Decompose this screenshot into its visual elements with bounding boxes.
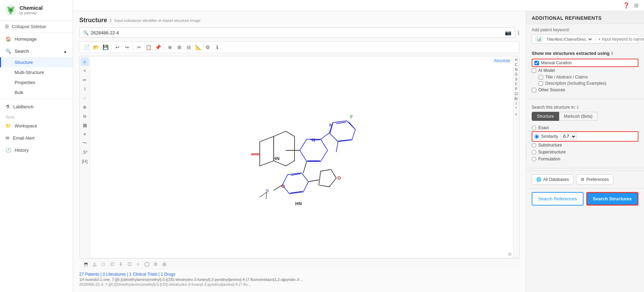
canvas-area[interactable]: Absolute F N N HN O HN: [90, 56, 513, 258]
copy-icon[interactable]: 📋: [144, 43, 153, 51]
zoom-out-tool[interactable]: ⊖: [81, 112, 89, 120]
lasso-tool[interactable]: ⌖: [81, 67, 89, 75]
search-in-info-icon[interactable]: ℹ: [577, 105, 579, 110]
element-I[interactable]: I: [516, 101, 517, 106]
sidebar-item-workspace[interactable]: 📁 Workspace: [0, 120, 73, 132]
grid-icon[interactable]: ⊞: [175, 43, 184, 51]
circle2-shape[interactable]: ◯: [143, 260, 151, 268]
measure-icon[interactable]: 📐: [194, 43, 202, 51]
element-C[interactable]: C: [515, 62, 517, 67]
other-sources-checkbox[interactable]: [532, 88, 536, 92]
collapse-sidebar-button[interactable]: ☰ Collapse Sidebar: [0, 20, 73, 33]
redo-icon[interactable]: ↪: [123, 43, 131, 51]
wave-tool[interactable]: 〜: [81, 139, 89, 147]
settings-icon[interactable]: ⚙: [203, 43, 212, 51]
sidebar-item-history[interactable]: 🕐 History: [0, 144, 73, 156]
molecule-svg: F N N HN O HN N: [218, 102, 385, 213]
element-O[interactable]: O: [515, 72, 518, 77]
element-S[interactable]: S: [515, 77, 517, 82]
all-databases-button[interactable]: 🌐 All Databases: [532, 174, 573, 185]
keyword-input-row[interactable]: 📊 Title/Abst./Claims/Desc. |: [532, 34, 638, 44]
info2-icon[interactable]: ℹ: [213, 43, 221, 51]
element-wildcard[interactable]: *: [516, 106, 517, 111]
ai-model-checkbox[interactable]: [532, 68, 536, 73]
manual-curation-label: Manual Curation: [541, 60, 572, 65]
app-subtitle: by patsnap: [19, 11, 43, 15]
element-P[interactable]: P: [515, 87, 517, 91]
multi-structure-label: Multi-Structure: [15, 70, 44, 75]
keyword-text-input[interactable]: [598, 37, 644, 42]
show-structures-info-icon[interactable]: ℹ: [611, 51, 613, 56]
circle4-shape[interactable]: ◎: [160, 260, 168, 268]
search-structures-button[interactable]: Search Structures: [586, 192, 639, 206]
angle-tool[interactable]: ⟋: [81, 94, 89, 102]
new-file-icon[interactable]: 📄: [82, 43, 91, 51]
keyword-dropdown[interactable]: Title/Abst./Claims/Desc.: [545, 37, 593, 42]
save-icon[interactable]: 💾: [101, 43, 110, 51]
element-H[interactable]: H: [515, 58, 517, 62]
description-checkbox[interactable]: [539, 81, 543, 86]
email-icon: ✉: [6, 135, 9, 141]
search-references-button[interactable]: Search References: [532, 192, 583, 206]
toolbar-sep-3: [164, 44, 164, 50]
ruler-tool[interactable]: ≡: [81, 130, 89, 138]
structure-search-input[interactable]: [91, 30, 503, 35]
clock-icon: 🕐: [6, 148, 11, 153]
sidebar-item-labBench[interactable]: ⚗ LabBench: [0, 101, 73, 113]
pentagon-shape[interactable]: ⬠: [108, 260, 116, 268]
circle1-shape[interactable]: ○: [134, 260, 142, 268]
similarity-value-select[interactable]: 0.5 0.6 0.7 0.8 0.9 1.0: [560, 133, 577, 140]
square-shape[interactable]: □: [99, 260, 107, 268]
cut-icon[interactable]: ✂: [135, 43, 143, 51]
superstructure-radio[interactable]: [532, 150, 536, 155]
substructure-radio[interactable]: [532, 143, 536, 148]
sidebar-item-email-alert[interactable]: ✉ Email Alert: [0, 132, 73, 144]
bar-chart-tool[interactable]: ▦: [81, 121, 89, 129]
element-F[interactable]: F: [515, 82, 517, 86]
element-Br[interactable]: Br: [515, 97, 518, 101]
sidebar-item-properties[interactable]: Properties: [0, 77, 73, 87]
tab-markush[interactable]: Markush (Beta): [559, 112, 598, 121]
hexagon-shape[interactable]: ⬡: [126, 260, 133, 268]
search-box[interactable]: 🔍 📷: [79, 27, 515, 38]
circle3-shape[interactable]: ⊙: [152, 260, 159, 268]
results-counts[interactable]: 27 Patents | 0 Literatures | 1 Clinical …: [79, 272, 175, 277]
resize-handle[interactable]: ⊞: [508, 252, 512, 257]
scroll-down-icon[interactable]: ▼: [515, 112, 518, 116]
similarity-radio[interactable]: [534, 134, 539, 139]
select-tool[interactable]: ⊹: [81, 58, 89, 66]
bottom-tools-bar: ⬒ △ □ ⬠ ⇩ ⬡ ○ ◯ ⊙ ◎: [79, 258, 520, 269]
undo-icon[interactable]: ↩: [113, 43, 122, 51]
align-icon[interactable]: ⊟: [185, 43, 193, 51]
manual-curation-checkbox[interactable]: [534, 61, 539, 65]
sidebar-item-search[interactable]: 🔍 Search ▲: [0, 45, 73, 57]
exact-radio-row: Exact: [532, 124, 638, 131]
help-icon[interactable]: ❓: [623, 2, 630, 9]
bracket-tool[interactable]: [H]: [81, 157, 89, 165]
chain-tool[interactable]: ⌇: [81, 85, 89, 93]
zoom-in-tool[interactable]: ⊕: [81, 103, 89, 111]
sidebar-item-structure[interactable]: Structure: [0, 57, 73, 67]
atom-tool[interactable]: .S*: [81, 148, 89, 156]
pencil-tool[interactable]: ✏: [81, 76, 89, 84]
exact-radio[interactable]: [532, 126, 536, 130]
element-Cl[interactable]: Cl: [515, 92, 518, 96]
paste-icon[interactable]: 📌: [154, 43, 162, 51]
tab-structure[interactable]: Structure: [532, 112, 559, 121]
preferences-button[interactable]: ⚙ Preferences: [576, 174, 613, 185]
panel-toggle-button[interactable]: ›: [526, 146, 527, 157]
sidebar-item-multi-structure[interactable]: Multi-Structure: [0, 67, 73, 77]
import-icon[interactable]: ⬒: [82, 260, 90, 268]
zoom-fit-icon[interactable]: ⊕: [166, 43, 174, 51]
formulation-radio[interactable]: [532, 157, 536, 161]
title-abstract-claims-checkbox[interactable]: [539, 75, 543, 80]
element-N[interactable]: N: [515, 67, 517, 72]
apps-icon[interactable]: ⊞: [634, 2, 638, 9]
open-folder-icon[interactable]: 📂: [92, 43, 100, 51]
sidebar-item-bulk[interactable]: Bulk: [0, 87, 73, 98]
camera-icon[interactable]: 📷: [505, 30, 512, 36]
arrow-shape[interactable]: ⇩: [117, 260, 124, 268]
triangle-shape[interactable]: △: [91, 260, 98, 268]
sidebar-item-homepage[interactable]: 🏠 Homepage: [0, 33, 73, 45]
sidebar: Chemical by patsnap ☰ Collapse Sidebar 🏠…: [0, 0, 73, 292]
